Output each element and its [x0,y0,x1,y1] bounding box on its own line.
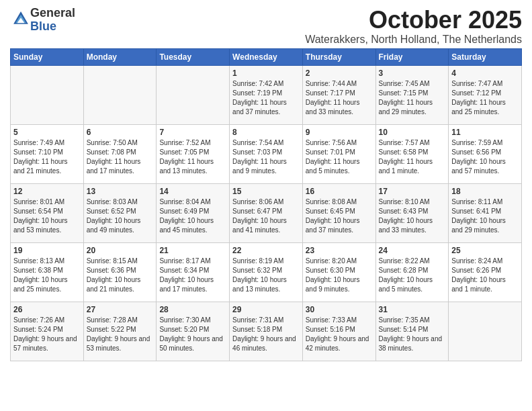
day-info: Sunrise: 8:24 AM Sunset: 6:26 PM Dayligh… [451,257,519,294]
day-info: Sunrise: 7:54 AM Sunset: 7:03 PM Dayligh… [232,138,300,176]
day-info: Sunrise: 8:01 AM Sunset: 6:54 PM Dayligh… [13,197,81,235]
day-number: 19 [13,246,81,255]
col-header-friday: Friday [375,48,449,65]
calendar-cell: 1Sunrise: 7:42 AM Sunset: 7:19 PM Daylig… [230,65,303,124]
logo: General Blue [10,7,75,34]
day-number: 27 [87,305,154,314]
calendar-cell: 19Sunrise: 8:13 AM Sunset: 6:38 PM Dayli… [11,242,84,302]
calendar-cell: 10Sunrise: 7:57 AM Sunset: 6:58 PM Dayli… [375,124,449,183]
day-number: 6 [87,128,154,137]
day-info: Sunrise: 8:13 AM Sunset: 6:38 PM Dayligh… [13,257,81,294]
day-info: Sunrise: 7:28 AM Sunset: 5:22 PM Dayligh… [87,316,154,353]
day-number: 16 [306,187,373,196]
calendar-cell: 11Sunrise: 7:59 AM Sunset: 6:56 PM Dayli… [449,124,522,183]
day-info: Sunrise: 7:31 AM Sunset: 5:18 PM Dayligh… [232,316,300,353]
day-info: Sunrise: 7:30 AM Sunset: 5:20 PM Dayligh… [159,316,226,353]
day-number: 15 [232,187,300,196]
day-number: 5 [13,128,81,137]
day-number: 2 [306,68,373,78]
calendar-cell: 12Sunrise: 8:01 AM Sunset: 6:54 PM Dayli… [11,183,84,242]
day-info: Sunrise: 8:17 AM Sunset: 6:34 PM Dayligh… [159,257,226,294]
calendar-cell: 16Sunrise: 8:08 AM Sunset: 6:45 PM Dayli… [302,183,375,242]
day-number: 7 [159,128,226,137]
day-info: Sunrise: 7:47 AM Sunset: 7:12 PM Dayligh… [451,79,519,117]
day-info: Sunrise: 7:44 AM Sunset: 7:17 PM Dayligh… [306,79,373,117]
day-info: Sunrise: 7:45 AM Sunset: 7:15 PM Dayligh… [379,79,446,117]
day-number: 14 [159,187,226,196]
day-info: Sunrise: 7:57 AM Sunset: 6:58 PM Dayligh… [379,138,446,176]
calendar-cell: 24Sunrise: 8:22 AM Sunset: 6:28 PM Dayli… [375,242,449,302]
logo-blue-text: Blue [30,19,56,33]
day-number: 9 [306,128,373,137]
day-info: Sunrise: 7:35 AM Sunset: 5:14 PM Dayligh… [379,316,446,353]
day-info: Sunrise: 8:08 AM Sunset: 6:45 PM Dayligh… [306,197,373,235]
calendar-cell: 18Sunrise: 8:11 AM Sunset: 6:41 PM Dayli… [449,183,522,242]
day-info: Sunrise: 8:03 AM Sunset: 6:52 PM Dayligh… [87,197,154,235]
col-header-sunday: Sunday [11,48,84,65]
location-title: Waterakkers, North Holland, The Netherla… [305,34,522,46]
day-info: Sunrise: 8:22 AM Sunset: 6:28 PM Dayligh… [379,257,446,294]
month-title: October 2025 [305,7,522,34]
day-number: 25 [451,246,519,255]
day-number: 20 [87,246,154,255]
day-info: Sunrise: 7:33 AM Sunset: 5:16 PM Dayligh… [306,316,373,353]
day-info: Sunrise: 8:15 AM Sunset: 6:36 PM Dayligh… [87,257,154,294]
calendar-cell: 22Sunrise: 8:19 AM Sunset: 6:32 PM Dayli… [230,242,303,302]
day-number: 31 [379,305,446,314]
day-info: Sunrise: 7:56 AM Sunset: 7:01 PM Dayligh… [306,138,373,176]
title-block: October 2025 Waterakkers, North Holland,… [305,7,522,46]
calendar-table: SundayMondayTuesdayWednesdayThursdayFrid… [10,48,522,361]
calendar-cell: 29Sunrise: 7:31 AM Sunset: 5:18 PM Dayli… [230,302,303,361]
calendar-cell: 30Sunrise: 7:33 AM Sunset: 5:16 PM Dayli… [302,302,375,361]
day-number: 11 [451,128,519,137]
day-number: 13 [87,187,154,196]
calendar-cell: 20Sunrise: 8:15 AM Sunset: 6:36 PM Dayli… [83,242,157,302]
day-number: 30 [306,305,373,314]
col-header-wednesday: Wednesday [230,48,303,65]
day-info: Sunrise: 8:11 AM Sunset: 6:41 PM Dayligh… [451,197,519,235]
col-header-saturday: Saturday [449,48,522,65]
calendar-cell: 6Sunrise: 7:50 AM Sunset: 7:08 PM Daylig… [83,124,157,183]
calendar-cell: 4Sunrise: 7:47 AM Sunset: 7:12 PM Daylig… [449,65,522,124]
calendar-cell: 2Sunrise: 7:44 AM Sunset: 7:17 PM Daylig… [302,65,375,124]
day-number: 21 [159,246,226,255]
day-number: 17 [379,187,446,196]
calendar-cell: 28Sunrise: 7:30 AM Sunset: 5:20 PM Dayli… [157,302,230,361]
logo-general-text: General [30,6,75,19]
logo-icon [11,9,30,28]
calendar-cell: 13Sunrise: 8:03 AM Sunset: 6:52 PM Dayli… [83,183,157,242]
day-number: 3 [379,68,446,78]
calendar-cell: 17Sunrise: 8:10 AM Sunset: 6:43 PM Dayli… [375,183,449,242]
day-number: 24 [379,246,446,255]
day-number: 12 [13,187,81,196]
day-info: Sunrise: 7:52 AM Sunset: 7:05 PM Dayligh… [159,138,226,176]
calendar-cell: 3Sunrise: 7:45 AM Sunset: 7:15 PM Daylig… [375,65,449,124]
day-number: 8 [232,128,300,137]
calendar-cell: 26Sunrise: 7:26 AM Sunset: 5:24 PM Dayli… [11,302,84,361]
day-info: Sunrise: 8:06 AM Sunset: 6:47 PM Dayligh… [232,197,300,235]
calendar-cell [449,302,522,361]
calendar-cell [11,65,84,124]
day-info: Sunrise: 7:50 AM Sunset: 7:08 PM Dayligh… [87,138,154,176]
day-number: 26 [13,305,81,314]
calendar-cell: 25Sunrise: 8:24 AM Sunset: 6:26 PM Dayli… [449,242,522,302]
page-header: General Blue October 2025 Waterakkers, N… [10,7,522,46]
calendar-cell: 23Sunrise: 8:20 AM Sunset: 6:30 PM Dayli… [302,242,375,302]
day-info: Sunrise: 7:26 AM Sunset: 5:24 PM Dayligh… [13,316,81,353]
calendar-cell: 9Sunrise: 7:56 AM Sunset: 7:01 PM Daylig… [302,124,375,183]
day-info: Sunrise: 8:10 AM Sunset: 6:43 PM Dayligh… [379,197,446,235]
day-info: Sunrise: 8:19 AM Sunset: 6:32 PM Dayligh… [232,257,300,294]
day-info: Sunrise: 8:20 AM Sunset: 6:30 PM Dayligh… [306,257,373,294]
day-number: 28 [159,305,226,314]
day-number: 29 [232,305,300,314]
col-header-monday: Monday [83,48,157,65]
calendar-cell: 15Sunrise: 8:06 AM Sunset: 6:47 PM Dayli… [230,183,303,242]
col-header-thursday: Thursday [302,48,375,65]
day-number: 1 [232,68,300,78]
calendar-cell: 21Sunrise: 8:17 AM Sunset: 6:34 PM Dayli… [157,242,230,302]
day-info: Sunrise: 7:42 AM Sunset: 7:19 PM Dayligh… [232,79,300,117]
calendar-cell [157,65,230,124]
day-info: Sunrise: 7:49 AM Sunset: 7:10 PM Dayligh… [13,138,81,176]
calendar-cell: 27Sunrise: 7:28 AM Sunset: 5:22 PM Dayli… [83,302,157,361]
day-info: Sunrise: 8:04 AM Sunset: 6:49 PM Dayligh… [159,197,226,235]
